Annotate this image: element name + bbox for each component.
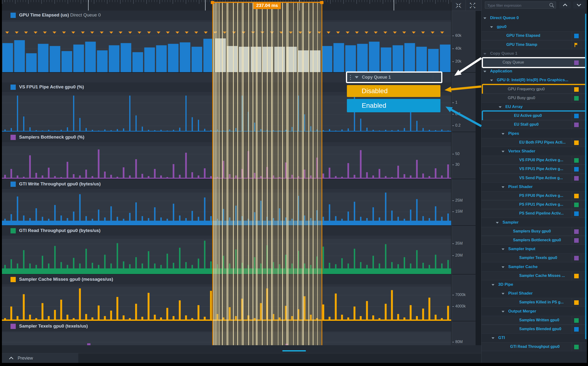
frame-marker-icon bbox=[431, 31, 434, 34]
tree-row-direct-queue-0[interactable]: Direct Queue 0 bbox=[482, 14, 587, 23]
tree-row-sampler-cache-misses[interactable]: Sampler Cache Misses ... bbox=[482, 271, 587, 280]
tree-row-pixel-shader[interactable]: Pixel Shader bbox=[482, 289, 587, 298]
chevron-down-icon[interactable] bbox=[502, 293, 505, 295]
chevron-down-icon[interactable] bbox=[490, 80, 493, 81]
expand-all-button[interactable] bbox=[573, 1, 585, 9]
chevron-down-icon[interactable] bbox=[502, 151, 505, 152]
tree-row-gpu-time-stamp[interactable]: GPU Time Stamp bbox=[482, 40, 587, 49]
series-swatch bbox=[574, 327, 579, 332]
tree-row-eu-stall-gpu0[interactable]: EU Stall gpu0 bbox=[482, 120, 587, 129]
tree-row-sampler-input[interactable]: Sampler Input bbox=[482, 245, 587, 253]
series-swatch bbox=[574, 96, 579, 101]
tree-row-gpu-frequency-gpu0[interactable]: GPU Frequency gpu0 bbox=[482, 85, 587, 94]
tree-row-vs-send-pipe-active-g[interactable]: VS Send Pipe Active g... bbox=[482, 174, 587, 183]
frame-marker-icon bbox=[166, 31, 170, 34]
bottom-range-marker[interactable] bbox=[283, 350, 306, 351]
chevron-down-icon[interactable] bbox=[484, 71, 486, 72]
tree-row-samples-killed-in-ps-g[interactable]: Samples Killed in PS g... bbox=[482, 298, 587, 307]
expand-button[interactable]: ↖↗↙↘ bbox=[466, 0, 480, 10]
tree-row-label: GPU 0: Intel(R) Iris(R) Pro Graphics... bbox=[497, 78, 568, 82]
sidebar-scrollbar[interactable] bbox=[585, 14, 586, 339]
chevron-down-icon[interactable] bbox=[502, 266, 505, 268]
tree-row-gti-read-throughput-gpu0[interactable]: GTI Read Throughput gpu0 bbox=[482, 342, 587, 351]
track-title: Samplers Bottleneck gpu0 (%) bbox=[19, 135, 84, 140]
tree-row-eu-array[interactable]: EU Array bbox=[482, 102, 587, 111]
enabled-button[interactable]: Enabled bbox=[347, 99, 440, 112]
axis-tick-label: 15M bbox=[455, 209, 463, 214]
chevron-down-icon[interactable] bbox=[502, 133, 505, 135]
disabled-button[interactable]: Disabled bbox=[347, 85, 440, 97]
tree-row-sampler-cache[interactable]: Sampler Cache bbox=[482, 263, 587, 271]
frame-marker-icon bbox=[24, 31, 28, 34]
chevron-down-icon[interactable] bbox=[490, 26, 493, 28]
frame-marker-icon bbox=[43, 31, 47, 34]
chevron-down-icon[interactable] bbox=[484, 17, 486, 19]
tree-row-application[interactable]: Application bbox=[482, 67, 587, 76]
tree-row-label: VS Send Pipe Active g... bbox=[519, 176, 563, 180]
tree-row-sampler[interactable]: Sampler bbox=[482, 218, 587, 227]
frame-marker-icon bbox=[62, 31, 66, 34]
tree-row-samplers-busy-gpu0[interactable]: Samplers Busy gpu0 bbox=[482, 227, 587, 236]
tree-row-label: Sampler Cache bbox=[508, 265, 538, 269]
chevron-down-icon[interactable] bbox=[502, 186, 505, 188]
chevron-down-icon[interactable] bbox=[484, 53, 486, 55]
frame-marker-icon bbox=[204, 31, 208, 34]
tree-row-label: PS FPU1 Pipe Active g... bbox=[519, 202, 563, 207]
tree-row-copy-queue[interactable]: Copy Queue bbox=[482, 58, 587, 67]
filter-input[interactable] bbox=[487, 2, 548, 9]
tree-row-samplers-bottleneck-gpu0[interactable]: Samplers Bottleneck gpu0 bbox=[482, 236, 587, 245]
chevron-down-icon[interactable] bbox=[491, 284, 494, 286]
tree-row-ps-send-pipeline-activ[interactable]: PS Send Pipeline Activ... bbox=[482, 209, 587, 218]
tree-row-eu-both-fpu-pipes-acti[interactable]: EU Both FPU Pipes Acti... bbox=[482, 138, 587, 147]
preview-toggle[interactable]: Preview bbox=[2, 353, 78, 363]
tree-row-eu-active-gpu0[interactable]: EU Active gpu0 bbox=[482, 111, 587, 120]
tree-row-gpu-time-elapsed[interactable]: GPU Time Elapsed bbox=[482, 31, 587, 40]
tree-row-label: GPU Busy gpu0 bbox=[508, 96, 535, 100]
chevron-down-icon[interactable] bbox=[496, 222, 499, 224]
tree-row-gpu0[interactable]: gpu0 bbox=[482, 23, 587, 31]
tree-row-vs-fpu0-pipe-active-g[interactable]: VS FPU0 Pipe Active g... bbox=[482, 156, 587, 165]
tree-row-label: EU Both FPU Pipes Acti... bbox=[519, 140, 566, 145]
tree-row-copy-queue-1[interactable]: Copy Queue 1 bbox=[482, 49, 587, 58]
tree-row-label: PS FPU0 Pipe Active g... bbox=[519, 193, 563, 198]
tree-row-label: GTI Read Throughput gpu0 bbox=[510, 344, 560, 349]
tree-row-sampler-texels-gpu0[interactable]: Sampler Texels gpu0 bbox=[482, 253, 587, 262]
tree-row-ps-fpu0-pipe-active-g[interactable]: PS FPU0 Pipe Active g... bbox=[482, 191, 587, 200]
tree-row-label: GPU Frequency gpu0 bbox=[508, 87, 545, 91]
series-swatch bbox=[574, 211, 579, 216]
tree-row-samples-written-gpu0[interactable]: Samples Written gpu0 bbox=[482, 316, 587, 325]
tree-row-pixel-shader[interactable]: Pixel Shader bbox=[482, 183, 587, 191]
frame-marker-icon bbox=[90, 31, 94, 34]
tree-row-gti[interactable]: GTI bbox=[482, 334, 587, 342]
preview-label: Preview bbox=[18, 356, 33, 361]
tree-row-gpu-0-intel-r-iris-r-pro-graphics[interactable]: GPU 0: Intel(R) Iris(R) Pro Graphics... bbox=[482, 76, 587, 84]
frame-marker-icon bbox=[346, 31, 350, 34]
chevron-down-icon[interactable] bbox=[499, 106, 502, 108]
tree-row-gpu-busy-gpu0[interactable]: GPU Busy gpu0 bbox=[482, 94, 587, 102]
tree-row-vertex-shader[interactable]: Vertex Shader bbox=[482, 147, 587, 156]
tree-row-samples-blended-gpu0[interactable]: Samples Blended gpu0 bbox=[482, 325, 587, 334]
frame-marker-icon bbox=[336, 31, 340, 34]
tree-row-label: Copy Queue bbox=[503, 60, 524, 64]
chevron-down-icon[interactable] bbox=[491, 337, 494, 339]
collapse-to-fit-button[interactable]: ↘↙↗↖ bbox=[451, 0, 466, 10]
chevron-down-icon[interactable] bbox=[502, 311, 505, 313]
tree-row-output-merger[interactable]: Output Merger bbox=[482, 307, 587, 316]
selection-handle[interactable] bbox=[211, 1, 214, 4]
disabled-label: Disabled bbox=[362, 87, 388, 95]
tree-row-label: EU Stall gpu0 bbox=[514, 122, 539, 127]
tree-row-ps-fpu1-pipe-active-g[interactable]: PS FPU1 Pipe Active g... bbox=[482, 200, 587, 209]
frame-marker-icon bbox=[374, 31, 378, 34]
tree-row-vs-fpu1-pipe-active-g[interactable]: VS FPU1 Pipe Active g... bbox=[482, 165, 587, 174]
tree-row-pipes[interactable]: Pipes bbox=[482, 129, 587, 138]
collapse-all-button[interactable] bbox=[559, 1, 571, 9]
tree-row-3d-pipe[interactable]: 3D Pipe bbox=[482, 280, 587, 289]
frame-marker-icon bbox=[119, 31, 122, 34]
selection-handle[interactable] bbox=[320, 1, 323, 4]
tree-row-label: Samples Written gpu0 bbox=[519, 318, 559, 322]
copy-queue-track-header[interactable]: Copy Queue 1 bbox=[346, 71, 442, 83]
tree-row-label: EU Active gpu0 bbox=[514, 114, 542, 118]
frame-marker-icon bbox=[185, 31, 189, 34]
chevron-down-icon[interactable] bbox=[502, 248, 505, 250]
series-swatch bbox=[574, 158, 579, 163]
